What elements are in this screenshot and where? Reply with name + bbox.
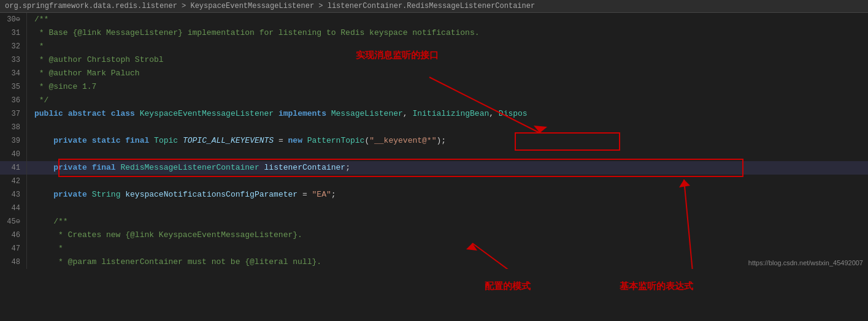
code-line-44: 44 — [0, 202, 868, 215]
code-line-46: 46 * Creates new {@link KeyspaceEventMes… — [0, 228, 868, 242]
code-line-34: 34 * @author Mark Paluch — [0, 67, 868, 80]
line-content-44 — [27, 202, 868, 215]
line-content-46: * Creates new {@link KeyspaceEventMessag… — [27, 228, 868, 242]
line-content-30: /** — [27, 13, 868, 26]
annotation-label-3: 基本监听的表达式 — [620, 281, 693, 292]
line-content-37: public abstract class KeyspaceEventMessa… — [27, 107, 868, 121]
code-line-31: 31 * Base {@link MessageListener} implem… — [0, 26, 868, 40]
watermark: https://blog.csdn.net/wstxin_45492007 — [748, 259, 863, 266]
line-content-48: * @param listenerContainer must not be {… — [27, 255, 868, 269]
line-number-48: 48 — [0, 255, 27, 269]
line-content-33: * @author Christoph Strobl — [27, 53, 868, 67]
line-content-35: * @since 1.7 — [27, 80, 868, 94]
breadcrumb-text: org.springframework.data.redis.listener … — [5, 2, 535, 10]
line-number-30: 30⊖ — [0, 13, 27, 26]
code-line-33: 33 * @author Christoph Strobl — [0, 53, 868, 67]
line-number-44: 44 — [0, 202, 27, 215]
code-line-30: 30⊖ /** — [0, 13, 868, 26]
line-number-38: 38 — [0, 121, 27, 134]
code-line-43: 43 private String keyspaceNotificationsC… — [0, 188, 868, 202]
line-number-34: 34 — [0, 67, 27, 80]
line-number-43: 43 — [0, 188, 27, 202]
line-content-47: * — [27, 242, 868, 255]
line-content-42 — [27, 175, 868, 188]
line-content-39: private static final Topic TOPIC_ALL_KEY… — [27, 134, 868, 148]
line-content-36: */ — [27, 94, 868, 107]
code-line-42: 42 — [0, 175, 868, 188]
line-content-31: * Base {@link MessageListener} implement… — [27, 26, 868, 40]
line-number-32: 32 — [0, 40, 27, 53]
code-line-39: 39 private static final Topic TOPIC_ALL_… — [0, 134, 868, 148]
code-area: 30⊖ /** 31 * Base {@link MessageListener… — [0, 13, 868, 269]
line-number-47: 47 — [0, 242, 27, 255]
annotation-label-2: 配置的模式 — [485, 281, 531, 292]
code-line-41: 41 private final RedisMessageListenerCon… — [0, 161, 868, 175]
line-number-33: 33 — [0, 53, 27, 67]
line-content-40 — [27, 148, 868, 161]
line-number-45: 45⊖ — [0, 215, 27, 228]
line-number-42: 42 — [0, 175, 27, 188]
line-number-39: 39 — [0, 134, 27, 148]
line-number-37: 37 — [0, 107, 27, 121]
line-number-35: 35 — [0, 80, 27, 94]
code-line-38: 38 — [0, 121, 868, 134]
line-number-46: 46 — [0, 228, 27, 242]
line-content-32: * — [27, 40, 868, 53]
code-line-45: 45⊖ /** — [0, 215, 868, 228]
code-line-40: 40 — [0, 148, 868, 161]
code-line-48: 48 * @param listenerContainer must not b… — [0, 255, 868, 269]
code-line-32: 32 * — [0, 40, 868, 53]
breadcrumb-bar: org.springframework.data.redis.listener … — [0, 0, 868, 13]
line-content-45: /** — [27, 215, 868, 228]
line-number-40: 40 — [0, 148, 27, 161]
line-content-43: private String keyspaceNotificationsConf… — [27, 188, 868, 202]
line-number-36: 36 — [0, 94, 27, 107]
line-number-41: 41 — [0, 161, 27, 175]
line-content-34: * @author Mark Paluch — [27, 67, 868, 80]
line-content-41: private final RedisMessageListenerContai… — [27, 161, 868, 175]
code-line-36: 36 */ — [0, 94, 868, 107]
line-number-31: 31 — [0, 26, 27, 40]
code-line-47: 47 * — [0, 242, 868, 255]
code-line-37: 37 public abstract class KeyspaceEventMe… — [0, 107, 868, 121]
code-line-35: 35 * @since 1.7 — [0, 80, 868, 94]
line-content-38 — [27, 121, 868, 134]
